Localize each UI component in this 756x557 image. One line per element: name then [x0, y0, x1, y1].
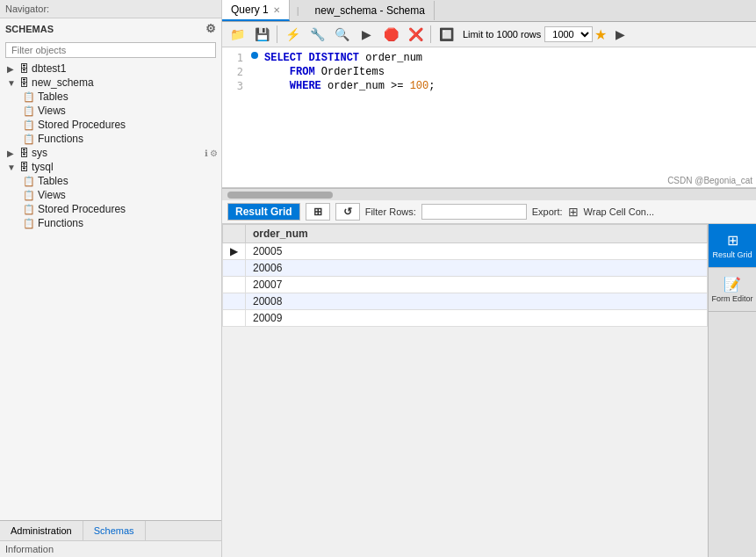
- app-container: Navigator: SCHEMAS ⚙ ▶ 🗄 dbtest1: [0, 0, 756, 557]
- toolbar-open-btn[interactable]: 📁: [226, 24, 248, 45]
- schemas-action-icon[interactable]: ⚙: [205, 22, 216, 35]
- result-tab-grid[interactable]: Result Grid: [227, 203, 300, 221]
- schema-icon-dbtest1: 🗄: [19, 63, 29, 74]
- sql-line-3: 3 WHERE order_num >= 100;: [222, 79, 756, 93]
- cell-order-num-3: 20007: [246, 277, 708, 293]
- table-row[interactable]: 20007: [223, 277, 708, 293]
- h-scroll-thumb[interactable]: [227, 192, 333, 199]
- tree-item-new-schema-views[interactable]: 📋 Views: [0, 104, 221, 118]
- row-arrow-1: ▶: [223, 243, 246, 260]
- side-btn-result-grid[interactable]: ⊞ Result Grid: [709, 224, 756, 268]
- schema-icon-new-schema: 🗄: [19, 77, 29, 88]
- tree-item-tysql-funcs[interactable]: 📋 Functions: [0, 216, 221, 230]
- toolbar: 📁 💾 ⚡ 🔧 🔍 ▶ 🛑 ❌ 🔲 Limit to 1000 rows 100…: [222, 22, 756, 47]
- export-label: Export:: [532, 206, 563, 217]
- result-table: order_num ▶ 20005 20006: [222, 224, 708, 327]
- tab-administration[interactable]: Administration: [0, 521, 83, 540]
- toolbar-stop-btn[interactable]: 🛑: [379, 24, 402, 45]
- folder-icon-tysql-views: 📋: [23, 190, 35, 201]
- tab-schemas[interactable]: Schemas: [83, 521, 146, 540]
- line-dot-1: [248, 52, 261, 59]
- filter-rows-input[interactable]: [421, 204, 527, 220]
- folder-icon-views: 📋: [23, 105, 35, 117]
- cell-order-num-5: 20009: [246, 310, 708, 327]
- cell-order-num-1: 20005: [246, 243, 708, 260]
- tree-item-sys[interactable]: ▶ 🗄 sys ℹ ⚙: [0, 146, 221, 160]
- result-panel: Result Grid ⊞ ↺ Filter Rows: Export: ⊞ W…: [222, 200, 756, 557]
- tree-label-dbtest1: dbtest1: [32, 62, 66, 75]
- toolbar-explain-btn[interactable]: 🔧: [306, 24, 328, 45]
- result-tab-grid-label: Result Grid: [235, 206, 292, 218]
- tree-arrow-dbtest1[interactable]: ▶: [7, 64, 19, 74]
- right-panel: Query 1 ✕ | new_schema - Schema 📁 💾 ⚡ 🔧 …: [222, 0, 756, 557]
- schemas-label: SCHEMAS: [5, 24, 54, 34]
- tree-label-tysql-tables: Tables: [38, 175, 68, 187]
- h-scrollbar[interactable]: [222, 188, 756, 200]
- tree-item-tysql-views[interactable]: 📋 Views: [0, 188, 221, 202]
- tree-item-tysql-sprocs[interactable]: 📋 Stored Procedures: [0, 202, 221, 216]
- tree-arrow-new-schema[interactable]: ▼: [7, 78, 19, 88]
- side-btn-form-editor[interactable]: 📝 Form Editor: [709, 268, 756, 312]
- tree-item-new-schema-tables[interactable]: 📋 Tables: [0, 90, 221, 104]
- filter-input[interactable]: [5, 42, 216, 58]
- folder-icon-tysql-funcs: 📋: [23, 218, 35, 229]
- main-area: Navigator: SCHEMAS ⚙ ▶ 🗄 dbtest1: [0, 0, 756, 557]
- table-row[interactable]: 20008: [223, 293, 708, 310]
- tree-item-tysql-tables[interactable]: 📋 Tables: [0, 174, 221, 188]
- tabs-bar: Query 1 ✕ | new_schema - Schema: [222, 0, 756, 22]
- table-row[interactable]: 20009: [223, 310, 708, 327]
- folder-icon-tysql-sprocs: 📋: [23, 204, 35, 215]
- tree-arrow-sys[interactable]: ▶: [7, 148, 19, 158]
- sql-editor[interactable]: 1 SELECT DISTINCT order_num 2 FROM Order…: [222, 47, 756, 188]
- table-row[interactable]: 20006: [223, 260, 708, 277]
- schemas-header: SCHEMAS ⚙: [0, 18, 221, 39]
- toolbar-grid-btn[interactable]: 🔲: [435, 24, 457, 45]
- line-num-3: 3: [222, 80, 248, 92]
- schema-icon-sys: 🗄: [19, 148, 29, 158]
- wrap-cell-label: Wrap Cell Con...: [584, 206, 655, 217]
- toolbar-more-btn[interactable]: ▶: [608, 24, 631, 45]
- result-table-container[interactable]: order_num ▶ 20005 20006: [222, 224, 708, 557]
- result-tab-grid-icon[interactable]: ⊞: [306, 203, 330, 221]
- col-header-order-num[interactable]: order_num: [246, 225, 708, 243]
- row-arrow-4: [223, 293, 246, 310]
- line-code-3: WHERE order_num >= 100;: [261, 80, 435, 92]
- info-bar: Information: [0, 540, 221, 557]
- col-header-row: [223, 225, 246, 243]
- tree-item-new-schema-funcs[interactable]: 📋 Functions: [0, 132, 221, 146]
- row-arrow-2: [223, 260, 246, 277]
- sys-action-2[interactable]: ⚙: [210, 148, 218, 158]
- sys-action-1[interactable]: ℹ: [205, 148, 208, 158]
- tree-item-dbtest1[interactable]: ▶ 🗄 dbtest1: [0, 61, 221, 76]
- tab-schema-label: new_schema - Schema: [315, 4, 425, 17]
- cell-order-num-4: 20008: [246, 293, 708, 310]
- tree-arrow-tysql[interactable]: ▼: [7, 163, 19, 172]
- tree-label-new-schema-funcs: Functions: [38, 133, 83, 145]
- limit-box: Limit to 1000 rows 1000: [463, 26, 593, 42]
- result-toolbar: Result Grid ⊞ ↺ Filter Rows: Export: ⊞ W…: [222, 200, 756, 224]
- toolbar-execute-btn[interactable]: ⚡: [281, 24, 304, 45]
- line-code-1: SELECT DISTINCT order_num: [261, 52, 422, 64]
- tree-label-tysql-sprocs: Stored Procedures: [38, 203, 126, 215]
- tab-schema[interactable]: new_schema - Schema: [306, 1, 435, 20]
- table-row[interactable]: ▶ 20005: [223, 243, 708, 260]
- toolbar-save-btn[interactable]: 💾: [250, 24, 273, 45]
- export-grid-icon[interactable]: ⊞: [568, 205, 579, 219]
- toolbar-run-btn[interactable]: ▶: [355, 24, 378, 45]
- tree-item-tysql[interactable]: ▼ 🗄 tysql: [0, 160, 221, 174]
- filter-rows-label: Filter Rows:: [365, 206, 416, 217]
- toolbar-star-btn[interactable]: ★: [594, 26, 607, 43]
- row-arrow-5: [223, 310, 246, 327]
- tab-query1-close[interactable]: ✕: [273, 5, 280, 15]
- tab-query1[interactable]: Query 1 ✕: [222, 0, 290, 21]
- tree-label-new-schema-tables: Tables: [38, 90, 68, 103]
- limit-select[interactable]: 1000: [544, 26, 593, 42]
- tree-container: ▶ 🗄 dbtest1 ▼ 🗄 new_schema 📋 Tables: [0, 61, 221, 520]
- folder-icon-sprocs: 📋: [23, 119, 35, 131]
- tree-item-new-schema-sprocs[interactable]: 📋 Stored Procedures: [0, 118, 221, 132]
- result-tab-refresh[interactable]: ↺: [335, 203, 360, 221]
- toolbar-cancel-btn[interactable]: ❌: [404, 24, 427, 45]
- tree-item-new-schema[interactable]: ▼ 🗄 new_schema: [0, 76, 221, 90]
- toolbar-search-btn[interactable]: 🔍: [330, 24, 353, 45]
- line-num-1: 1: [222, 52, 248, 64]
